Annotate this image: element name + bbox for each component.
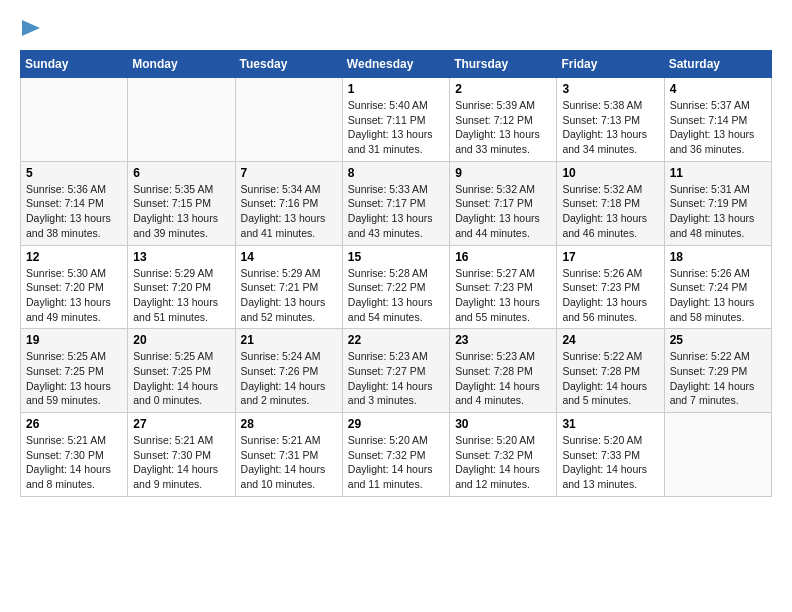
- weekday-header: Wednesday: [342, 51, 449, 78]
- day-info: Sunrise: 5:29 AM Sunset: 7:21 PM Dayligh…: [241, 266, 337, 325]
- calendar-cell: 22Sunrise: 5:23 AM Sunset: 7:27 PM Dayli…: [342, 329, 449, 413]
- calendar-cell: 20Sunrise: 5:25 AM Sunset: 7:25 PM Dayli…: [128, 329, 235, 413]
- day-info: Sunrise: 5:33 AM Sunset: 7:17 PM Dayligh…: [348, 182, 444, 241]
- day-number: 20: [133, 333, 229, 347]
- day-number: 8: [348, 166, 444, 180]
- calendar-cell: 7Sunrise: 5:34 AM Sunset: 7:16 PM Daylig…: [235, 161, 342, 245]
- calendar-cell: 14Sunrise: 5:29 AM Sunset: 7:21 PM Dayli…: [235, 245, 342, 329]
- calendar-cell: 2Sunrise: 5:39 AM Sunset: 7:12 PM Daylig…: [450, 78, 557, 162]
- logo-line1: [20, 20, 40, 40]
- weekday-header: Thursday: [450, 51, 557, 78]
- day-number: 4: [670, 82, 766, 96]
- day-info: Sunrise: 5:38 AM Sunset: 7:13 PM Dayligh…: [562, 98, 658, 157]
- calendar-cell: 12Sunrise: 5:30 AM Sunset: 7:20 PM Dayli…: [21, 245, 128, 329]
- calendar-cell: 10Sunrise: 5:32 AM Sunset: 7:18 PM Dayli…: [557, 161, 664, 245]
- day-info: Sunrise: 5:34 AM Sunset: 7:16 PM Dayligh…: [241, 182, 337, 241]
- day-info: Sunrise: 5:20 AM Sunset: 7:32 PM Dayligh…: [348, 433, 444, 492]
- calendar-cell: 26Sunrise: 5:21 AM Sunset: 7:30 PM Dayli…: [21, 413, 128, 497]
- weekday-row: SundayMondayTuesdayWednesdayThursdayFrid…: [21, 51, 772, 78]
- calendar-cell: 3Sunrise: 5:38 AM Sunset: 7:13 PM Daylig…: [557, 78, 664, 162]
- day-number: 10: [562, 166, 658, 180]
- day-number: 29: [348, 417, 444, 431]
- calendar-cell: 11Sunrise: 5:31 AM Sunset: 7:19 PM Dayli…: [664, 161, 771, 245]
- day-number: 2: [455, 82, 551, 96]
- day-info: Sunrise: 5:32 AM Sunset: 7:18 PM Dayligh…: [562, 182, 658, 241]
- calendar-cell: 17Sunrise: 5:26 AM Sunset: 7:23 PM Dayli…: [557, 245, 664, 329]
- day-number: 17: [562, 250, 658, 264]
- day-number: 24: [562, 333, 658, 347]
- calendar-cell: 18Sunrise: 5:26 AM Sunset: 7:24 PM Dayli…: [664, 245, 771, 329]
- day-info: Sunrise: 5:25 AM Sunset: 7:25 PM Dayligh…: [133, 349, 229, 408]
- day-number: 31: [562, 417, 658, 431]
- logo: [20, 20, 40, 40]
- calendar-header: SundayMondayTuesdayWednesdayThursdayFrid…: [21, 51, 772, 78]
- day-info: Sunrise: 5:21 AM Sunset: 7:30 PM Dayligh…: [133, 433, 229, 492]
- weekday-header: Monday: [128, 51, 235, 78]
- calendar-body: 1Sunrise: 5:40 AM Sunset: 7:11 PM Daylig…: [21, 78, 772, 497]
- calendar-cell: 9Sunrise: 5:32 AM Sunset: 7:17 PM Daylig…: [450, 161, 557, 245]
- calendar-cell: 4Sunrise: 5:37 AM Sunset: 7:14 PM Daylig…: [664, 78, 771, 162]
- calendar-cell: [235, 78, 342, 162]
- day-info: Sunrise: 5:27 AM Sunset: 7:23 PM Dayligh…: [455, 266, 551, 325]
- day-info: Sunrise: 5:30 AM Sunset: 7:20 PM Dayligh…: [26, 266, 122, 325]
- calendar-week-row: 1Sunrise: 5:40 AM Sunset: 7:11 PM Daylig…: [21, 78, 772, 162]
- day-number: 14: [241, 250, 337, 264]
- day-number: 5: [26, 166, 122, 180]
- day-info: Sunrise: 5:23 AM Sunset: 7:27 PM Dayligh…: [348, 349, 444, 408]
- day-info: Sunrise: 5:31 AM Sunset: 7:19 PM Dayligh…: [670, 182, 766, 241]
- day-info: Sunrise: 5:29 AM Sunset: 7:20 PM Dayligh…: [133, 266, 229, 325]
- calendar-week-row: 19Sunrise: 5:25 AM Sunset: 7:25 PM Dayli…: [21, 329, 772, 413]
- day-number: 30: [455, 417, 551, 431]
- day-info: Sunrise: 5:20 AM Sunset: 7:33 PM Dayligh…: [562, 433, 658, 492]
- day-number: 25: [670, 333, 766, 347]
- day-info: Sunrise: 5:28 AM Sunset: 7:22 PM Dayligh…: [348, 266, 444, 325]
- calendar-cell: 25Sunrise: 5:22 AM Sunset: 7:29 PM Dayli…: [664, 329, 771, 413]
- day-info: Sunrise: 5:21 AM Sunset: 7:30 PM Dayligh…: [26, 433, 122, 492]
- day-number: 7: [241, 166, 337, 180]
- calendar-cell: [128, 78, 235, 162]
- calendar: SundayMondayTuesdayWednesdayThursdayFrid…: [20, 50, 772, 497]
- day-info: Sunrise: 5:25 AM Sunset: 7:25 PM Dayligh…: [26, 349, 122, 408]
- day-number: 18: [670, 250, 766, 264]
- calendar-cell: 1Sunrise: 5:40 AM Sunset: 7:11 PM Daylig…: [342, 78, 449, 162]
- day-info: Sunrise: 5:23 AM Sunset: 7:28 PM Dayligh…: [455, 349, 551, 408]
- logo-arrow-icon: [22, 20, 40, 36]
- day-number: 13: [133, 250, 229, 264]
- calendar-cell: 23Sunrise: 5:23 AM Sunset: 7:28 PM Dayli…: [450, 329, 557, 413]
- calendar-cell: [21, 78, 128, 162]
- day-info: Sunrise: 5:32 AM Sunset: 7:17 PM Dayligh…: [455, 182, 551, 241]
- day-info: Sunrise: 5:40 AM Sunset: 7:11 PM Dayligh…: [348, 98, 444, 157]
- day-info: Sunrise: 5:36 AM Sunset: 7:14 PM Dayligh…: [26, 182, 122, 241]
- page: SundayMondayTuesdayWednesdayThursdayFrid…: [0, 0, 792, 507]
- day-number: 21: [241, 333, 337, 347]
- calendar-cell: 27Sunrise: 5:21 AM Sunset: 7:30 PM Dayli…: [128, 413, 235, 497]
- day-info: Sunrise: 5:20 AM Sunset: 7:32 PM Dayligh…: [455, 433, 551, 492]
- calendar-week-row: 26Sunrise: 5:21 AM Sunset: 7:30 PM Dayli…: [21, 413, 772, 497]
- day-number: 16: [455, 250, 551, 264]
- day-number: 6: [133, 166, 229, 180]
- weekday-header: Saturday: [664, 51, 771, 78]
- svg-marker-0: [22, 20, 40, 36]
- day-info: Sunrise: 5:24 AM Sunset: 7:26 PM Dayligh…: [241, 349, 337, 408]
- day-number: 19: [26, 333, 122, 347]
- day-number: 3: [562, 82, 658, 96]
- calendar-week-row: 5Sunrise: 5:36 AM Sunset: 7:14 PM Daylig…: [21, 161, 772, 245]
- day-number: 26: [26, 417, 122, 431]
- day-info: Sunrise: 5:22 AM Sunset: 7:29 PM Dayligh…: [670, 349, 766, 408]
- calendar-cell: 19Sunrise: 5:25 AM Sunset: 7:25 PM Dayli…: [21, 329, 128, 413]
- day-info: Sunrise: 5:39 AM Sunset: 7:12 PM Dayligh…: [455, 98, 551, 157]
- weekday-header: Friday: [557, 51, 664, 78]
- weekday-header: Sunday: [21, 51, 128, 78]
- day-info: Sunrise: 5:26 AM Sunset: 7:23 PM Dayligh…: [562, 266, 658, 325]
- day-number: 9: [455, 166, 551, 180]
- day-number: 1: [348, 82, 444, 96]
- day-number: 23: [455, 333, 551, 347]
- day-info: Sunrise: 5:21 AM Sunset: 7:31 PM Dayligh…: [241, 433, 337, 492]
- day-number: 28: [241, 417, 337, 431]
- header: [20, 20, 772, 40]
- calendar-cell: 21Sunrise: 5:24 AM Sunset: 7:26 PM Dayli…: [235, 329, 342, 413]
- calendar-cell: 15Sunrise: 5:28 AM Sunset: 7:22 PM Dayli…: [342, 245, 449, 329]
- calendar-cell: 16Sunrise: 5:27 AM Sunset: 7:23 PM Dayli…: [450, 245, 557, 329]
- calendar-week-row: 12Sunrise: 5:30 AM Sunset: 7:20 PM Dayli…: [21, 245, 772, 329]
- day-number: 15: [348, 250, 444, 264]
